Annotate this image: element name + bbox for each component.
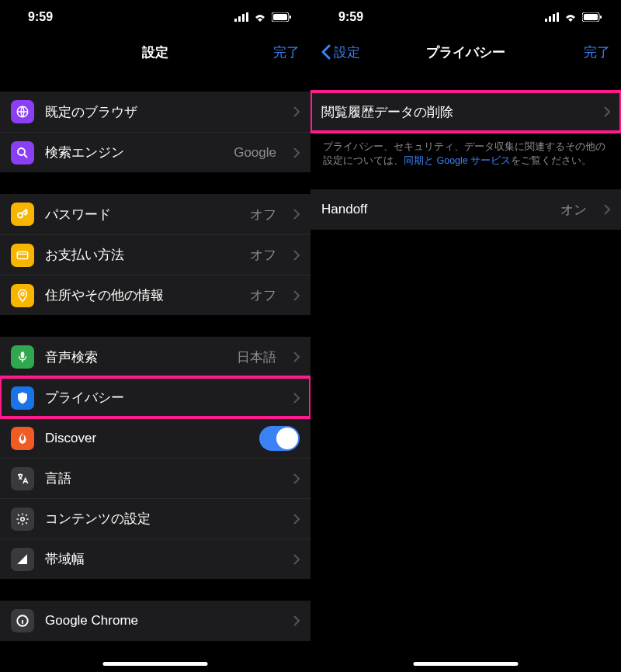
row-value: オフ	[250, 206, 276, 223]
row-bandwidth[interactable]: 帯域幅	[0, 539, 310, 579]
home-indicator[interactable]	[414, 662, 519, 666]
translate-icon	[11, 467, 34, 490]
flame-icon	[11, 427, 34, 450]
row-label: 閲覧履歴データの削除	[321, 103, 587, 121]
svg-point-11	[21, 292, 24, 295]
row-label: 既定のブラウザ	[45, 103, 276, 121]
back-label: 設定	[334, 43, 360, 61]
chevron-right-icon	[293, 514, 300, 525]
row-value: オフ	[250, 286, 276, 304]
row-passwords[interactable]: パスワード オフ	[0, 194, 310, 234]
done-button[interactable]: 完了	[273, 43, 300, 61]
row-value: 日本語	[237, 348, 276, 366]
wifi-icon	[253, 12, 267, 22]
status-bar: 9:59	[0, 0, 310, 34]
status-time: 9:59	[28, 10, 53, 24]
privacy-screen: 9:59 設定 プライバシー 完了 閲覧履歴データの削除 プライバシー、セキュリ…	[310, 0, 621, 672]
chevron-right-icon	[604, 204, 610, 215]
chevron-right-icon	[293, 290, 300, 301]
row-label: Handoff	[321, 202, 550, 217]
row-default-browser[interactable]: 既定のブラウザ	[0, 92, 310, 132]
info-icon	[11, 609, 34, 632]
row-label: プライバシー	[45, 389, 276, 407]
discover-toggle[interactable]	[259, 426, 300, 451]
chevron-right-icon	[293, 209, 300, 220]
key-icon	[11, 203, 34, 226]
done-button[interactable]: 完了	[584, 43, 610, 61]
settings-screen: 9:59 設定 完了 既定のブラウザ 検索エンジン Google パスワード	[0, 0, 310, 672]
settings-group-about: Google Chrome	[0, 601, 310, 641]
svg-rect-1	[238, 16, 241, 22]
row-label: お支払い方法	[45, 246, 239, 264]
svg-point-8	[18, 148, 25, 155]
row-privacy[interactable]: プライバシー	[0, 377, 310, 417]
search-icon	[11, 141, 34, 165]
nav-bar: 設定 プライバシー 完了	[310, 34, 621, 70]
globe-icon	[11, 100, 34, 123]
row-label: 住所やその他の情報	[45, 286, 239, 304]
svg-rect-12	[21, 352, 25, 358]
svg-rect-6	[290, 16, 291, 19]
row-payment[interactable]: お支払い方法 オフ	[0, 234, 310, 275]
chevron-right-icon	[604, 106, 610, 117]
row-language[interactable]: 言語	[0, 458, 310, 498]
chevron-right-icon	[293, 250, 300, 261]
privacy-group-handoff: Handoff オン	[310, 189, 621, 230]
chevron-left-icon	[321, 44, 331, 60]
row-clear-browsing-data[interactable]: 閲覧履歴データの削除	[310, 92, 621, 132]
card-icon	[11, 244, 34, 267]
sync-services-link[interactable]: 同期と Google サービス	[404, 155, 511, 166]
row-label: Google Chrome	[45, 613, 276, 629]
signal-icon	[234, 12, 248, 22]
settings-group-autofill: パスワード オフ お支払い方法 オフ 住所やその他の情報 オフ	[0, 194, 310, 315]
battery-icon	[272, 12, 292, 22]
svg-rect-15	[545, 19, 547, 22]
row-discover[interactable]: Discover	[0, 417, 310, 458]
svg-rect-3	[246, 12, 248, 22]
chevron-right-icon	[293, 615, 300, 626]
chevron-right-icon	[293, 106, 300, 117]
shield-icon	[11, 386, 34, 410]
status-bar: 9:59	[310, 0, 621, 34]
svg-rect-20	[584, 14, 598, 20]
privacy-group-clear: 閲覧履歴データの削除	[310, 92, 621, 132]
footer-post: をご覧ください。	[511, 155, 592, 166]
svg-rect-10	[17, 251, 28, 258]
row-value: オフ	[250, 246, 276, 264]
row-content-settings[interactable]: コンテンツの設定	[0, 498, 310, 539]
privacy-footer-text: プライバシー、セキュリティ、データ収集に関連するその他の設定については、同期と …	[310, 132, 621, 168]
chevron-right-icon	[293, 393, 300, 404]
gear-icon	[11, 507, 34, 531]
row-label: 検索エンジン	[45, 144, 223, 161]
row-handoff[interactable]: Handoff オン	[310, 189, 621, 230]
chevron-right-icon	[293, 147, 300, 158]
chevron-right-icon	[293, 473, 300, 484]
settings-group-advanced: 音声検索 日本語 プライバシー Discover 言語 コンテンツの設定 帯域幅	[0, 337, 310, 579]
chevron-right-icon	[293, 352, 300, 362]
svg-rect-2	[242, 14, 245, 22]
row-value: Google	[234, 145, 276, 161]
row-label: Discover	[45, 431, 248, 446]
row-search-engine[interactable]: 検索エンジン Google	[0, 132, 310, 172]
svg-rect-17	[553, 14, 555, 22]
status-icons	[234, 12, 292, 22]
status-time: 9:59	[338, 10, 363, 24]
battery-icon	[582, 12, 602, 22]
row-voice-search[interactable]: 音声検索 日本語	[0, 337, 310, 377]
svg-point-9	[18, 213, 23, 218]
row-label: コンテンツの設定	[45, 510, 276, 528]
bandwidth-icon	[11, 548, 34, 571]
home-indicator[interactable]	[103, 662, 208, 666]
row-addresses[interactable]: 住所やその他の情報 オフ	[0, 275, 310, 315]
row-label: 音声検索	[45, 348, 226, 366]
nav-title: 設定	[0, 43, 310, 61]
row-value: オン	[560, 201, 587, 219]
svg-rect-16	[549, 16, 551, 22]
chevron-right-icon	[293, 554, 300, 565]
svg-rect-21	[600, 16, 602, 19]
svg-rect-5	[273, 14, 287, 20]
row-google-chrome[interactable]: Google Chrome	[0, 601, 310, 641]
signal-icon	[545, 12, 559, 22]
row-label: 言語	[45, 469, 276, 487]
back-button[interactable]: 設定	[321, 43, 360, 61]
